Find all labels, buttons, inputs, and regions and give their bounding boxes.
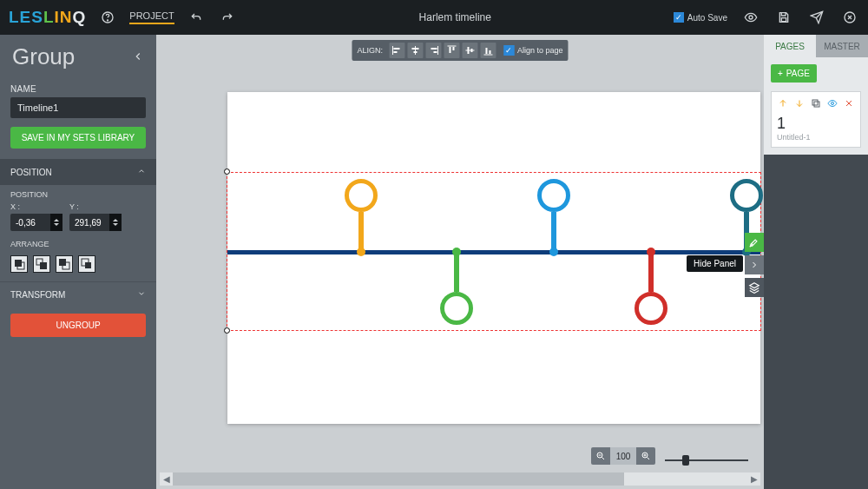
resize-handle-nw[interactable] (224, 169, 230, 175)
hide-panel-tooltip: Hide Panel (687, 255, 743, 272)
timeline-node[interactable] (635, 292, 667, 325)
panel-title: Group (12, 43, 75, 70)
menu-project[interactable]: PROJECT (129, 10, 174, 24)
svg-rect-29 (485, 48, 487, 54)
redo-icon[interactable] (218, 8, 237, 27)
layers-button[interactable] (745, 278, 764, 297)
svg-rect-24 (452, 47, 454, 50)
svg-rect-15 (393, 51, 397, 53)
y-stepper[interactable] (109, 214, 122, 231)
zoom-out-button[interactable] (591, 447, 610, 465)
visibility-icon[interactable] (827, 97, 838, 109)
timeline-node[interactable] (345, 179, 378, 212)
timeline-dot (549, 248, 558, 256)
canvas-area[interactable]: ALIGN: ✓ Align to page (156, 35, 764, 489)
timeline-dot (452, 248, 461, 256)
timeline-dot (647, 248, 655, 256)
plus-icon: + (778, 69, 783, 78)
zoom-in-button[interactable] (636, 447, 655, 465)
align-middle-v-icon[interactable] (462, 43, 477, 58)
tab-pages[interactable]: PAGES (764, 35, 816, 57)
svg-rect-20 (431, 48, 437, 50)
align-left-icon[interactable] (389, 43, 404, 58)
timeline-node[interactable] (730, 179, 763, 212)
properties-panel: Group NAME SAVE IN MY SETS LIBRARY POSIT… (0, 35, 156, 489)
move-down-icon[interactable] (793, 97, 805, 109)
help-icon[interactable] (98, 8, 117, 27)
panel-collapse-icon[interactable] (132, 47, 144, 67)
publish-icon[interactable] (807, 8, 826, 27)
scroll-left-icon[interactable]: ◀ (160, 472, 173, 486)
scroll-right-icon[interactable]: ▶ (747, 472, 760, 486)
add-page-button[interactable]: + PAGE (771, 64, 817, 83)
slider-knob[interactable] (682, 455, 689, 466)
page-thumbnail[interactable]: 1 Untitled-1 (771, 91, 861, 148)
hide-panel-button[interactable] (745, 255, 764, 274)
undo-icon[interactable] (187, 8, 206, 27)
position-sublabel: POSITION (10, 190, 146, 199)
align-center-h-icon[interactable] (407, 43, 423, 58)
svg-rect-30 (489, 50, 490, 54)
timeline-stem (648, 252, 654, 292)
name-input[interactable] (10, 97, 146, 118)
timeline-line (227, 250, 760, 254)
svg-line-32 (602, 458, 605, 460)
zoom-slider[interactable] (665, 459, 748, 461)
svg-rect-14 (393, 48, 399, 50)
page-number: 1 (777, 115, 855, 133)
align-right-icon[interactable] (425, 43, 441, 58)
svg-rect-3 (781, 18, 786, 22)
chevron-down-icon (137, 289, 146, 300)
pages-panel: PAGES MASTER + PAGE 1 Untitled-1 (764, 35, 868, 489)
timeline-node[interactable] (440, 292, 473, 325)
save-library-button[interactable]: SAVE IN MY SETS LIBRARY (10, 127, 146, 149)
page-canvas[interactable] (227, 92, 760, 424)
x-input[interactable] (10, 215, 50, 231)
send-backward-button[interactable] (56, 255, 73, 273)
horizontal-scrollbar[interactable]: ◀ ▶ (160, 472, 760, 486)
align-label: ALIGN: (357, 46, 383, 55)
svg-rect-27 (470, 49, 472, 52)
check-icon: ✓ (503, 45, 514, 56)
align-to-page-toggle[interactable]: ✓ Align to page (503, 45, 563, 56)
name-label: NAME (0, 84, 156, 97)
svg-point-1 (108, 20, 108, 21)
svg-rect-8 (40, 262, 47, 269)
ungroup-button[interactable]: UNGROUP (10, 314, 146, 337)
x-label: X : (10, 202, 62, 211)
svg-point-40 (832, 102, 834, 105)
zoom-cluster: 100 (591, 447, 655, 465)
svg-rect-5 (15, 260, 22, 267)
align-top-icon[interactable] (444, 43, 459, 58)
topbar: LESLINQ PROJECT Harlem timeline ✓ Auto S… (0, 0, 868, 35)
bring-front-button[interactable] (10, 255, 28, 273)
tab-master[interactable]: MASTER (816, 35, 868, 57)
tools-button[interactable] (745, 233, 764, 252)
move-up-icon[interactable] (777, 97, 788, 109)
y-input[interactable] (69, 215, 109, 231)
position-section-header[interactable]: POSITION (0, 159, 156, 185)
preview-icon[interactable] (741, 8, 760, 27)
duplicate-icon[interactable] (810, 97, 821, 109)
svg-rect-23 (449, 47, 450, 53)
transform-section-header[interactable]: TRANSFORM (0, 281, 156, 307)
align-toolbar: ALIGN: ✓ Align to page (352, 40, 568, 61)
send-back-button[interactable] (78, 255, 95, 273)
delete-page-icon[interactable] (844, 97, 855, 109)
timeline-node[interactable] (537, 179, 570, 212)
check-icon: ✓ (674, 12, 684, 23)
autosave-toggle[interactable]: ✓ Auto Save (674, 12, 727, 23)
y-label: Y : (69, 202, 122, 211)
svg-rect-12 (85, 262, 91, 268)
timeline-dot (357, 248, 365, 256)
scroll-thumb[interactable] (173, 472, 624, 486)
x-stepper[interactable] (50, 214, 62, 231)
align-bottom-icon[interactable] (480, 43, 496, 58)
close-icon[interactable] (840, 8, 859, 27)
svg-line-35 (648, 458, 650, 460)
svg-rect-39 (812, 100, 818, 105)
bring-forward-button[interactable] (33, 255, 50, 273)
save-icon[interactable] (774, 8, 793, 27)
resize-handle-sw[interactable] (224, 327, 230, 334)
svg-rect-18 (413, 51, 417, 53)
